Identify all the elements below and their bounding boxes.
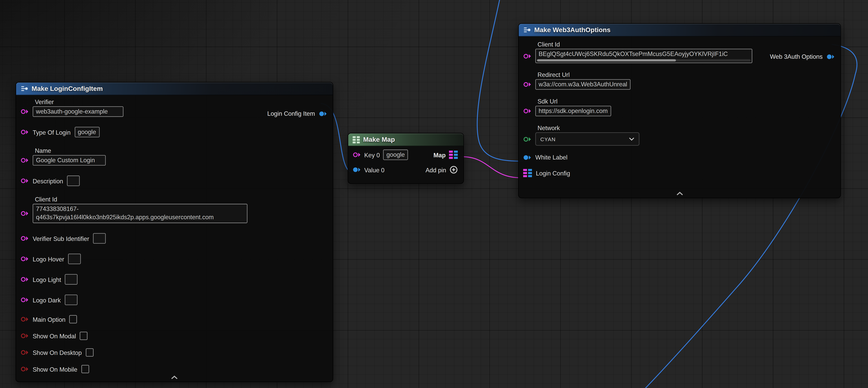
logo-light-input[interactable] — [65, 274, 78, 285]
node-make-loginconfigitem[interactable]: Make LoginConfigItem Login Config Item V… — [16, 82, 333, 382]
make-struct-icon — [21, 85, 28, 92]
verifier-sub-identifier-input[interactable] — [93, 233, 106, 243]
pin-label: Sdk Url — [537, 98, 835, 105]
node-header[interactable]: Make LoginConfigItem — [16, 82, 333, 95]
pin-show-on-mobile[interactable] — [21, 366, 29, 372]
field-logo-dark: Logo Dark — [21, 295, 327, 305]
pin-map-output[interactable] — [449, 151, 458, 159]
name-input[interactable]: Google Custom Login — [33, 155, 106, 166]
pin-logo-dark[interactable] — [21, 297, 29, 303]
pin-show-on-modal[interactable] — [21, 333, 29, 339]
pin-type-of-login[interactable] — [21, 129, 29, 135]
network-dropdown[interactable]: CYAN — [535, 132, 639, 146]
description-input[interactable] — [67, 176, 80, 186]
pin-label: Description — [33, 177, 63, 184]
node-header[interactable]: Make Map — [348, 133, 463, 146]
wire-offscreen-to-whitelabel[interactable] — [477, 0, 523, 161]
pin-client-id[interactable] — [523, 53, 531, 59]
pin-white-label[interactable] — [523, 154, 531, 160]
field-sdk-url: Sdk Url https://sdk.openlogin.com — [523, 98, 835, 116]
field-main-option: Main Option — [21, 315, 327, 323]
node-body: Login Config Item Verifier web3auth-goog… — [16, 95, 333, 384]
pin-label: Show On Modal — [33, 333, 76, 339]
pin-client-id[interactable] — [21, 210, 29, 216]
node-make-web3authoptions[interactable]: Make Web3AuthOptions Web 3Auth Options C… — [518, 23, 841, 198]
pin-name[interactable] — [21, 157, 29, 163]
pin-value-0[interactable] — [352, 167, 361, 173]
pin-verifier-sub-identifier[interactable] — [21, 235, 29, 241]
output-pin-label: Login Config Item — [267, 110, 315, 117]
key-0-input[interactable]: google — [383, 149, 408, 160]
field-logo-hover: Logo Hover — [21, 253, 327, 264]
plus-circle-icon — [450, 166, 458, 174]
graph-stage[interactable]: Make LoginConfigItem Login Config Item V… — [0, 0, 868, 388]
field-type-of-login: Type Of Login google — [21, 127, 327, 137]
client-id-text: BEglQSgt4cUWcj6SKRdu5QkOXTsePmMcusG5EAoy… — [539, 50, 749, 58]
pin-label: Main Option — [33, 316, 66, 323]
pin-label: Client Id — [537, 41, 835, 48]
pin-network[interactable] — [523, 136, 531, 142]
pin-description[interactable] — [21, 178, 29, 184]
pin-label: Logo Dark — [33, 297, 61, 303]
advanced-pins-toggle[interactable] — [170, 376, 178, 380]
node-title: Make Map — [363, 136, 395, 143]
node-header[interactable]: Make Web3AuthOptions — [519, 24, 840, 37]
add-pin-label: Add pin — [426, 167, 446, 173]
pin-label: Verifier Sub Identifier — [33, 235, 89, 242]
type-of-login-input[interactable]: google — [74, 127, 99, 137]
show-on-modal-checkbox[interactable] — [80, 332, 88, 340]
field-white-label: White Label — [523, 154, 835, 161]
field-logo-light: Logo Light — [21, 274, 327, 285]
pin-label: Logo Light — [33, 276, 61, 283]
redirect-url-input[interactable]: w3a://com.w3a.Web3AuthUnreal — [535, 79, 630, 90]
client-id-input[interactable]: 774338308167-q463s7kpvja16l4l0kko3nb925i… — [33, 204, 248, 223]
map-row-key: Key 0 google Map — [352, 149, 458, 160]
field-client-id: Client Id 774338308167-q463s7kpvja16l4l0… — [21, 196, 327, 223]
main-option-checkbox[interactable] — [69, 315, 77, 323]
pin-verifier[interactable] — [21, 109, 29, 115]
client-id-input[interactable]: BEglQSgt4cUWcj6SKRdu5QkOXTsePmMcusG5EAoy… — [535, 49, 752, 63]
field-name: Name Google Custom Login — [21, 147, 327, 166]
field-show-on-modal: Show On Modal — [21, 332, 327, 340]
pin-label: Value 0 — [364, 167, 384, 173]
node-title: Make Web3AuthOptions — [534, 26, 611, 34]
node-make-map[interactable]: Make Map Key 0 google Map — [348, 133, 464, 184]
make-struct-icon — [523, 27, 531, 33]
field-show-on-desktop: Show On Desktop — [21, 348, 327, 357]
pin-logo-hover[interactable] — [21, 256, 29, 262]
map-row-value: Value 0 Add pin — [352, 166, 458, 174]
show-on-desktop-checkbox[interactable] — [86, 348, 93, 357]
pin-redirect-url[interactable] — [523, 82, 531, 88]
sdk-url-input[interactable]: https://sdk.openlogin.com — [535, 106, 611, 116]
node-body: Key 0 google Map V — [348, 146, 463, 182]
pin-key-0[interactable] — [352, 152, 361, 158]
horizontal-scrollbar[interactable] — [537, 59, 750, 61]
chevron-down-icon — [629, 138, 634, 141]
wire-map-to-loginconfig[interactable] — [462, 157, 521, 178]
pin-label: Verifier — [35, 98, 327, 105]
chevron-up-icon — [170, 376, 178, 380]
pin-label: Logo Hover — [33, 256, 64, 262]
pin-login-config-item-output[interactable] — [319, 111, 327, 117]
field-verifier-sub-identifier: Verifier Sub Identifier — [21, 233, 327, 243]
pin-sdk-url[interactable] — [523, 108, 531, 114]
logo-hover-input[interactable] — [68, 253, 81, 264]
pin-main-option[interactable] — [21, 316, 29, 322]
blueprint-canvas[interactable]: Make LoginConfigItem Login Config Item V… — [0, 0, 868, 388]
pin-logo-light[interactable] — [21, 276, 29, 282]
pin-label: Name — [35, 147, 327, 154]
show-on-mobile-checkbox[interactable] — [81, 365, 89, 373]
pin-web3auth-options-output[interactable] — [827, 53, 835, 60]
pin-label: Client Id — [35, 196, 327, 203]
field-network: Network CYAN — [523, 125, 835, 146]
pin-login-config[interactable] — [523, 169, 532, 177]
output-login-config-item: Login Config Item — [267, 110, 327, 117]
scrollbar-thumb[interactable] — [537, 59, 676, 61]
verifier-input[interactable]: web3auth-google-example — [33, 106, 124, 117]
logo-dark-input[interactable] — [65, 295, 78, 305]
pin-label: Network — [537, 125, 835, 131]
pin-show-on-desktop[interactable] — [21, 349, 29, 355]
chevron-up-icon — [676, 191, 683, 196]
advanced-pins-toggle[interactable] — [676, 191, 683, 196]
add-pin-button[interactable]: Add pin — [426, 166, 458, 174]
